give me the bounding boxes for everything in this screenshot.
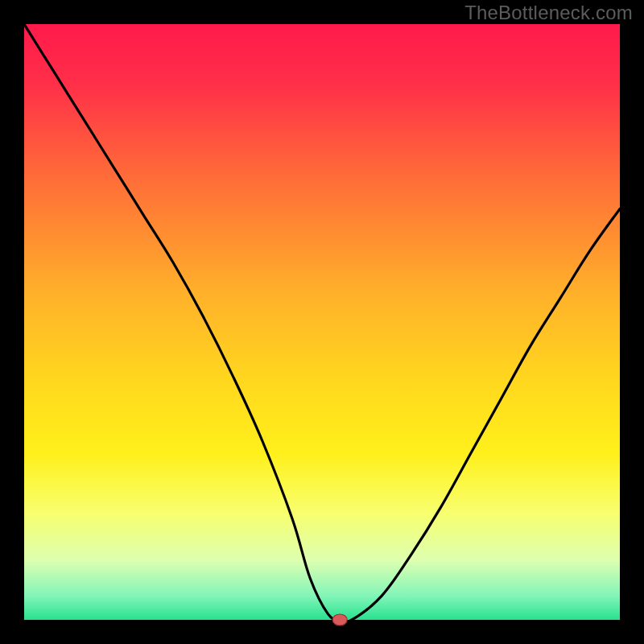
plot-background (24, 24, 620, 620)
watermark-label: TheBottleneck.com (464, 2, 633, 24)
bottleneck-chart (0, 0, 644, 644)
optimal-point-marker (332, 614, 347, 625)
chart-stage: TheBottleneck.com (0, 0, 644, 644)
